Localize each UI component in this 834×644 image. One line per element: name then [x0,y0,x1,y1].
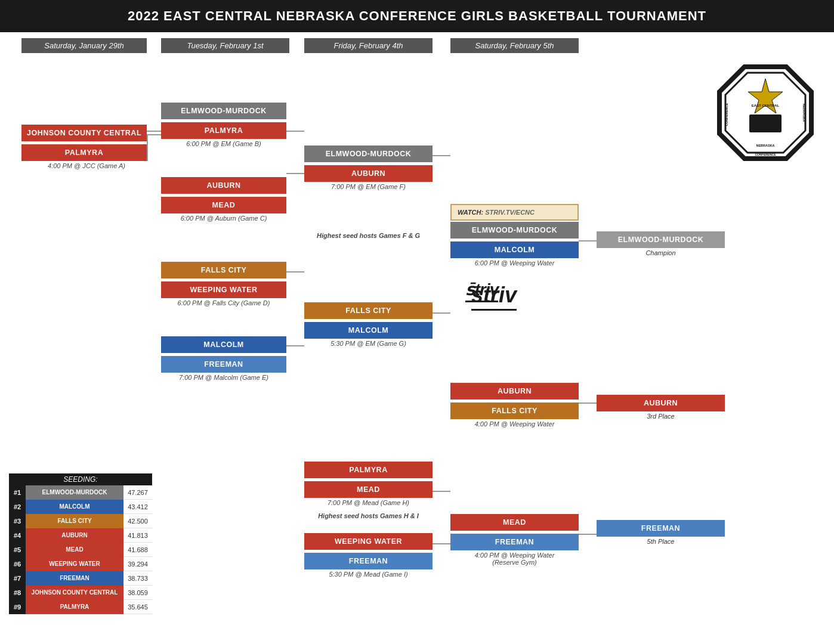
seed-number: #1 [9,485,26,500]
col2-header: Tuesday, February 1st [161,38,289,53]
third-place-label: 3rd Place [620,413,701,420]
line2 [147,134,148,161]
tournament-title: 2022 EAST CENTRAL NEBRASKA CONFERENCE GI… [0,0,834,32]
seed-team-name: JOHNSON COUNTY CENTRAL [26,586,123,600]
team-malcolm-r2: MALCOLM [161,336,286,353]
bracket-container: Saturday, January 29th Tuesday, February… [0,32,834,628]
line-sf-out [579,240,597,242]
team-ww-r2: WEEPING WATER [161,281,286,298]
seed-team-name: MALCOLM [26,500,123,514]
team-jcc-r1: JOHNSON COUNTY CENTRAL [21,125,147,141]
seed-number: #5 [9,543,26,557]
seeding-table: SEEDING: #1 ELMWOOD-MURDOCK 47.267 #2 MA… [9,473,152,614]
seed-team-name: AUBURN [26,528,123,543]
seed-number: #3 [9,514,26,528]
seed-team-name: MEAD [26,543,123,557]
seed-number: #6 [9,557,26,571]
third-place-note: 4:00 PM @ Weeping Water [450,420,579,428]
team-freeman-r3b: FREEMAN [304,553,433,569]
seed-row: #4 AUBURN 41.813 [9,528,152,543]
seed-team-name: FREEMAN [26,571,123,586]
team-em-sf: ELMWOOD-MURDOCK [450,222,579,239]
col3-header: Friday, February 4th [304,38,433,53]
line-auburn-r2-out [286,173,304,174]
seed-score: 41.813 [123,532,152,539]
champion-label: Champion [614,249,707,256]
team-palmyra-r1: PALMYRA [21,144,147,161]
game-i-note: 5:30 PM @ Mead (Game I) [304,571,433,578]
svg-text:EAST CENTRAL: EAST CENTRAL [752,104,780,107]
seed-score: 47.267 [123,489,152,496]
team-freeman-5th: FREEMAN [450,534,579,550]
seed-row: #8 JOHNSON COUNTY CENTRAL 38.059 [9,586,152,600]
svg-text:NEBRASKA: NEBRASKA [802,103,806,122]
svg-text:CONFERENCE: CONFERENCE [755,153,776,156]
col4-header: Saturday, February 5th [450,38,579,53]
line-freeman-r3-out [433,543,450,544]
line3 [147,131,161,132]
seed-number: #2 [9,500,26,514]
fifth-place-note: 4:00 PM @ Weeping Water(Reserve Gym) [450,552,579,566]
seed-number: #9 [9,600,26,614]
game-h-note: 7:00 PM @ Mead (Game H) [304,499,433,506]
semi1-note: 6:00 PM @ Weeping Water [450,259,579,267]
seed-row: #1 ELMWOOD-MURDOCK 47.267 [9,485,152,500]
seed-team-name: ELMWOOD-MURDOCK [26,485,123,500]
team-auburn-r3: AUBURN [304,165,433,182]
team-ww-r3b: WEEPING WATER [304,533,433,550]
team-mead-5th: MEAD [450,514,579,531]
third-place-team: AUBURN [597,395,725,411]
seed-score: 38.733 [123,575,152,582]
line-mead-r3-out [433,491,450,492]
seed-score: 41.688 [123,546,152,553]
team-freeman-r2: FREEMAN [161,356,286,373]
seed-number: #7 [9,571,26,586]
watch-label: WATCH: STRIV.TV/ECNC [458,209,572,216]
line-malcolm-r2-out [286,345,304,346]
game-d-note: 6:00 PM @ Falls City (Game D) [161,299,286,306]
line-5th-out [579,534,597,535]
team-em-r3: ELMWOOD-MURDOCK [304,145,433,162]
seed-row: #7 FREEMAN 38.733 [9,571,152,586]
hi-host-note: Highest seed hosts Games H & I [304,512,433,519]
conference-logo: EAST CENTRAL NEBRASKA CONFERENCE CONFERE… [715,62,816,163]
team-malcolm-sf: MALCOLM [450,242,579,258]
seed-team-name: WEEPING WATER [26,557,123,571]
svg-text:CONFERENCE: CONFERENCE [725,103,728,126]
svg-rect-3 [749,114,782,132]
seed-team-name: FALLS CITY [26,514,123,528]
seed-row: #2 MALCOLM 43.412 [9,500,152,514]
line-em-r3-out [433,155,450,156]
champion-team: ELMWOOD-MURDOCK [597,231,725,248]
team-fc-r3: FALLS CITY [304,302,433,319]
seed-row: #3 FALLS CITY 42.500 [9,514,152,528]
seed-score: 43.412 [123,503,152,510]
team-mead-r3b: MEAD [304,481,433,498]
line-fc-r3-out [433,312,450,314]
seed-row: #6 WEEPING WATER 39.294 [9,557,152,571]
col1-header: Saturday, January 29th [21,38,147,53]
team-fc-3rd: FALLS CITY [450,402,579,419]
fifth-place-label: 5th Place [620,538,701,545]
team-palmyra-r2: PALMYRA [161,122,286,139]
striv-logo-text: striv [471,283,517,311]
team-auburn-3rd: AUBURN [450,383,579,400]
seed-row: #5 MEAD 41.688 [9,543,152,557]
watch-box: WATCH: STRIV.TV/ECNC [450,204,579,221]
line1 [147,134,161,135]
team-malcolm-r3: MALCOLM [304,322,433,339]
seed-score: 42.500 [123,518,152,525]
team-mead-r2: MEAD [161,197,286,213]
game-a-note: 4:00 PM @ JCC (Game A) [36,162,137,169]
seed-row: #9 PALMYRA 35.645 [9,600,152,614]
team-em-r2: ELMWOOD-MURDOCK [161,103,286,119]
game-g-note: 5:30 PM @ EM (Game G) [304,340,433,347]
line-em-r2-out [286,131,304,132]
seed-score: 35.645 [123,603,152,611]
seed-number: #4 [9,528,26,543]
seed-score: 39.294 [123,561,152,568]
game-c-note: 6:00 PM @ Auburn (Game C) [161,215,286,222]
svg-text:NEBRASKA: NEBRASKA [756,144,774,147]
game-e-note: 7:00 PM @ Malcolm (Game E) [161,374,286,381]
line-3rd-out [579,402,597,404]
